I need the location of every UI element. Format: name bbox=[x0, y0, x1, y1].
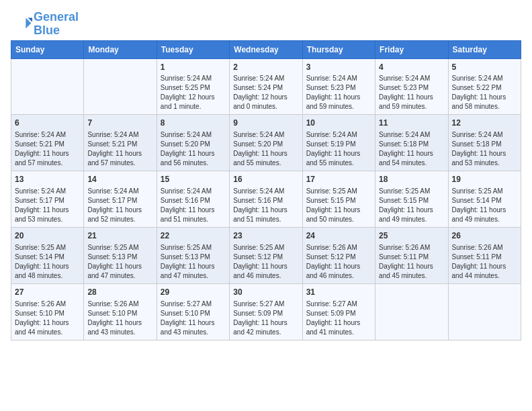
calendar-cell: 25Sunrise: 5:26 AM Sunset: 5:11 PM Dayli… bbox=[375, 227, 448, 283]
day-number: 18 bbox=[379, 174, 444, 185]
calendar-cell: 16Sunrise: 5:24 AM Sunset: 5:16 PM Dayli… bbox=[230, 171, 302, 228]
day-info: Sunrise: 5:24 AM Sunset: 5:18 PM Dayligh… bbox=[379, 130, 444, 168]
day-info: Sunrise: 5:26 AM Sunset: 5:10 PM Dayligh… bbox=[15, 300, 80, 337]
day-number: 15 bbox=[161, 174, 226, 185]
logo: General Blue bbox=[11, 11, 79, 38]
day-number: 4 bbox=[379, 62, 444, 73]
day-info: Sunrise: 5:25 AM Sunset: 5:15 PM Dayligh… bbox=[379, 187, 444, 224]
day-number: 11 bbox=[379, 118, 444, 129]
calendar-cell bbox=[84, 58, 157, 115]
day-info: Sunrise: 5:24 AM Sunset: 5:21 PM Dayligh… bbox=[15, 130, 80, 168]
day-number: 5 bbox=[452, 62, 517, 73]
logo-icon bbox=[11, 13, 32, 35]
day-number: 20 bbox=[15, 230, 80, 242]
calendar-cell: 24Sunrise: 5:26 AM Sunset: 5:12 PM Dayli… bbox=[302, 227, 375, 283]
calendar-cell: 26Sunrise: 5:26 AM Sunset: 5:11 PM Dayli… bbox=[448, 227, 521, 283]
day-number: 21 bbox=[87, 230, 152, 242]
day-number: 12 bbox=[452, 118, 517, 129]
calendar-cell: 8Sunrise: 5:24 AM Sunset: 5:20 PM Daylig… bbox=[157, 115, 229, 171]
day-info: Sunrise: 5:24 AM Sunset: 5:18 PM Dayligh… bbox=[452, 130, 517, 168]
calendar-cell: 14Sunrise: 5:24 AM Sunset: 5:17 PM Dayli… bbox=[84, 171, 157, 228]
day-info: Sunrise: 5:26 AM Sunset: 5:12 PM Dayligh… bbox=[306, 243, 371, 281]
week-row-0: 1Sunrise: 5:24 AM Sunset: 5:25 PM Daylig… bbox=[11, 58, 521, 115]
week-row-4: 27Sunrise: 5:26 AM Sunset: 5:10 PM Dayli… bbox=[11, 283, 521, 340]
header-cell-sunday: Sunday bbox=[11, 40, 84, 58]
header-cell-monday: Monday bbox=[84, 40, 157, 58]
calendar-cell: 11Sunrise: 5:24 AM Sunset: 5:18 PM Dayli… bbox=[375, 115, 448, 171]
week-row-2: 13Sunrise: 5:24 AM Sunset: 5:17 PM Dayli… bbox=[11, 171, 521, 228]
calendar-cell: 20Sunrise: 5:25 AM Sunset: 5:14 PM Dayli… bbox=[11, 227, 84, 283]
header-cell-saturday: Saturday bbox=[448, 40, 521, 58]
week-row-1: 6Sunrise: 5:24 AM Sunset: 5:21 PM Daylig… bbox=[11, 115, 521, 171]
day-number: 25 bbox=[379, 230, 444, 242]
calendar-cell bbox=[11, 58, 84, 115]
day-number: 3 bbox=[306, 62, 371, 73]
calendar-cell: 30Sunrise: 5:27 AM Sunset: 5:09 PM Dayli… bbox=[230, 283, 302, 340]
day-number: 30 bbox=[233, 287, 298, 298]
calendar-cell bbox=[448, 283, 521, 340]
header-cell-friday: Friday bbox=[375, 40, 448, 58]
calendar-cell: 1Sunrise: 5:24 AM Sunset: 5:25 PM Daylig… bbox=[157, 58, 229, 115]
day-number: 16 bbox=[233, 174, 298, 185]
day-info: Sunrise: 5:24 AM Sunset: 5:25 PM Dayligh… bbox=[161, 74, 226, 111]
day-info: Sunrise: 5:27 AM Sunset: 5:10 PM Dayligh… bbox=[161, 300, 226, 337]
day-number: 14 bbox=[87, 174, 152, 185]
day-info: Sunrise: 5:24 AM Sunset: 5:20 PM Dayligh… bbox=[161, 130, 226, 168]
day-info: Sunrise: 5:24 AM Sunset: 5:17 PM Dayligh… bbox=[87, 187, 152, 224]
header-cell-tuesday: Tuesday bbox=[157, 40, 229, 58]
day-number: 24 bbox=[306, 230, 371, 242]
calendar-body: 1Sunrise: 5:24 AM Sunset: 5:25 PM Daylig… bbox=[11, 58, 521, 340]
calendar-cell: 22Sunrise: 5:25 AM Sunset: 5:13 PM Dayli… bbox=[157, 227, 229, 283]
day-number: 31 bbox=[306, 287, 371, 298]
calendar-cell: 7Sunrise: 5:24 AM Sunset: 5:21 PM Daylig… bbox=[84, 115, 157, 171]
day-number: 17 bbox=[306, 174, 371, 185]
day-number: 7 bbox=[87, 118, 152, 129]
calendar-cell: 29Sunrise: 5:27 AM Sunset: 5:10 PM Dayli… bbox=[157, 283, 229, 340]
day-info: Sunrise: 5:24 AM Sunset: 5:23 PM Dayligh… bbox=[379, 74, 444, 111]
calendar-cell: 2Sunrise: 5:24 AM Sunset: 5:24 PM Daylig… bbox=[230, 58, 302, 115]
day-number: 19 bbox=[452, 174, 517, 185]
calendar-cell bbox=[375, 283, 448, 340]
day-number: 27 bbox=[15, 287, 80, 298]
page-header: General Blue bbox=[11, 11, 521, 38]
day-info: Sunrise: 5:24 AM Sunset: 5:20 PM Dayligh… bbox=[233, 130, 298, 168]
day-info: Sunrise: 5:24 AM Sunset: 5:19 PM Dayligh… bbox=[306, 130, 371, 168]
calendar-cell: 23Sunrise: 5:25 AM Sunset: 5:12 PM Dayli… bbox=[230, 227, 302, 283]
day-info: Sunrise: 5:27 AM Sunset: 5:09 PM Dayligh… bbox=[306, 300, 371, 337]
calendar-cell: 3Sunrise: 5:24 AM Sunset: 5:23 PM Daylig… bbox=[302, 58, 375, 115]
day-info: Sunrise: 5:24 AM Sunset: 5:24 PM Dayligh… bbox=[233, 74, 298, 111]
day-info: Sunrise: 5:25 AM Sunset: 5:14 PM Dayligh… bbox=[452, 187, 517, 224]
day-info: Sunrise: 5:27 AM Sunset: 5:09 PM Dayligh… bbox=[233, 300, 298, 337]
week-row-3: 20Sunrise: 5:25 AM Sunset: 5:14 PM Dayli… bbox=[11, 227, 521, 283]
calendar-cell: 27Sunrise: 5:26 AM Sunset: 5:10 PM Dayli… bbox=[11, 283, 84, 340]
calendar-cell: 28Sunrise: 5:26 AM Sunset: 5:10 PM Dayli… bbox=[84, 283, 157, 340]
calendar-cell: 19Sunrise: 5:25 AM Sunset: 5:14 PM Dayli… bbox=[448, 171, 521, 228]
day-number: 8 bbox=[161, 118, 226, 129]
day-info: Sunrise: 5:26 AM Sunset: 5:11 PM Dayligh… bbox=[452, 243, 517, 281]
header-cell-wednesday: Wednesday bbox=[230, 40, 302, 58]
day-info: Sunrise: 5:26 AM Sunset: 5:11 PM Dayligh… bbox=[379, 243, 444, 281]
day-number: 26 bbox=[452, 230, 517, 242]
day-info: Sunrise: 5:24 AM Sunset: 5:16 PM Dayligh… bbox=[161, 187, 226, 224]
calendar-header: SundayMondayTuesdayWednesdayThursdayFrid… bbox=[11, 40, 521, 58]
day-number: 23 bbox=[233, 230, 298, 242]
day-number: 6 bbox=[15, 118, 80, 129]
day-info: Sunrise: 5:25 AM Sunset: 5:13 PM Dayligh… bbox=[87, 243, 152, 281]
day-info: Sunrise: 5:25 AM Sunset: 5:15 PM Dayligh… bbox=[306, 187, 371, 224]
day-info: Sunrise: 5:25 AM Sunset: 5:14 PM Dayligh… bbox=[15, 243, 80, 281]
header-cell-thursday: Thursday bbox=[302, 40, 375, 58]
day-number: 2 bbox=[233, 62, 298, 73]
calendar-cell: 12Sunrise: 5:24 AM Sunset: 5:18 PM Dayli… bbox=[448, 115, 521, 171]
day-info: Sunrise: 5:24 AM Sunset: 5:16 PM Dayligh… bbox=[233, 187, 298, 224]
day-number: 9 bbox=[233, 118, 298, 129]
day-info: Sunrise: 5:26 AM Sunset: 5:10 PM Dayligh… bbox=[87, 300, 152, 337]
calendar-cell: 21Sunrise: 5:25 AM Sunset: 5:13 PM Dayli… bbox=[84, 227, 157, 283]
day-number: 29 bbox=[161, 287, 226, 298]
day-info: Sunrise: 5:25 AM Sunset: 5:13 PM Dayligh… bbox=[161, 243, 226, 281]
logo-text: General Blue bbox=[34, 11, 79, 38]
calendar-cell: 13Sunrise: 5:24 AM Sunset: 5:17 PM Dayli… bbox=[11, 171, 84, 228]
calendar-cell: 10Sunrise: 5:24 AM Sunset: 5:19 PM Dayli… bbox=[302, 115, 375, 171]
day-info: Sunrise: 5:24 AM Sunset: 5:21 PM Dayligh… bbox=[87, 130, 152, 168]
day-info: Sunrise: 5:24 AM Sunset: 5:22 PM Dayligh… bbox=[452, 74, 517, 111]
day-number: 10 bbox=[306, 118, 371, 129]
